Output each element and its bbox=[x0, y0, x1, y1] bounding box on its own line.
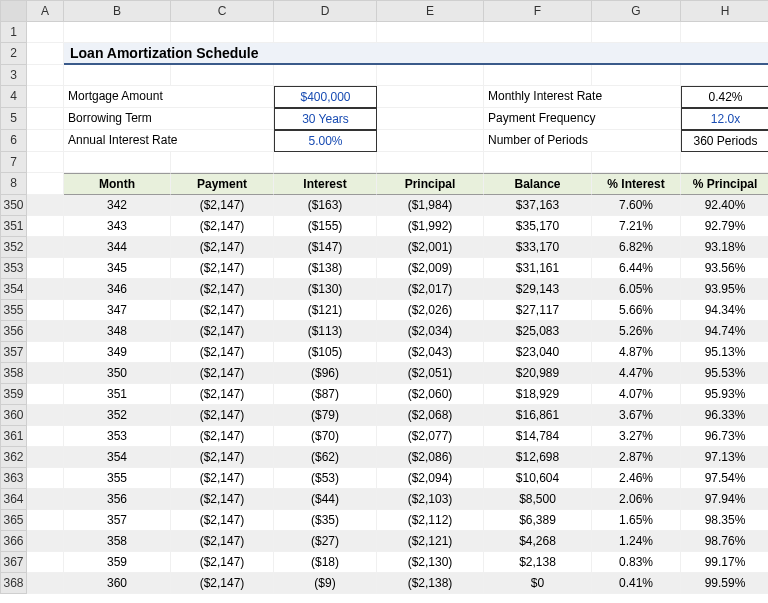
table-cell[interactable]: ($2,034) bbox=[377, 321, 484, 342]
table-cell[interactable]: ($2,147) bbox=[171, 447, 274, 468]
table-cell[interactable]: ($2,068) bbox=[377, 405, 484, 426]
spreadsheet-grid[interactable]: ABCDEFGH12Loan Amortization Schedule34Mo… bbox=[0, 0, 768, 594]
table-cell[interactable]: ($96) bbox=[274, 363, 377, 384]
table-cell[interactable]: 3.27% bbox=[592, 426, 681, 447]
table-cell[interactable]: 94.74% bbox=[681, 321, 768, 342]
row-header[interactable]: 356 bbox=[0, 321, 27, 342]
cell[interactable] bbox=[27, 300, 64, 321]
table-cell[interactable]: ($2,147) bbox=[171, 342, 274, 363]
row-header[interactable]: 6 bbox=[0, 130, 27, 152]
row-header[interactable]: 365 bbox=[0, 510, 27, 531]
table-cell[interactable]: 357 bbox=[64, 510, 171, 531]
mortgage-amount-value[interactable]: $400,000 bbox=[274, 86, 377, 108]
table-cell[interactable]: 343 bbox=[64, 216, 171, 237]
cell[interactable] bbox=[27, 468, 64, 489]
table-cell[interactable]: ($2,147) bbox=[171, 426, 274, 447]
table-cell[interactable]: 6.44% bbox=[592, 258, 681, 279]
select-all-corner[interactable] bbox=[0, 0, 27, 22]
pay-freq-value[interactable]: 12.0x bbox=[681, 108, 768, 130]
table-cell[interactable]: 96.33% bbox=[681, 405, 768, 426]
table-cell[interactable]: ($130) bbox=[274, 279, 377, 300]
column-header[interactable]: C bbox=[171, 0, 274, 22]
table-cell[interactable]: ($163) bbox=[274, 195, 377, 216]
cell[interactable] bbox=[64, 65, 171, 86]
cell[interactable] bbox=[64, 152, 171, 173]
table-cell[interactable]: 344 bbox=[64, 237, 171, 258]
row-header[interactable]: 363 bbox=[0, 468, 27, 489]
cell[interactable] bbox=[27, 173, 64, 195]
table-cell[interactable]: 98.35% bbox=[681, 510, 768, 531]
table-cell[interactable]: ($2,147) bbox=[171, 195, 274, 216]
table-cell[interactable]: ($2,077) bbox=[377, 426, 484, 447]
table-cell[interactable]: ($2,017) bbox=[377, 279, 484, 300]
table-cell[interactable]: ($2,060) bbox=[377, 384, 484, 405]
table-cell[interactable]: ($2,147) bbox=[171, 468, 274, 489]
cell[interactable] bbox=[27, 342, 64, 363]
table-cell[interactable]: $35,170 bbox=[484, 216, 592, 237]
row-header[interactable]: 364 bbox=[0, 489, 27, 510]
table-cell[interactable]: ($2,026) bbox=[377, 300, 484, 321]
table-cell[interactable]: $4,268 bbox=[484, 531, 592, 552]
table-cell[interactable]: ($2,112) bbox=[377, 510, 484, 531]
table-cell[interactable]: ($18) bbox=[274, 552, 377, 573]
table-cell[interactable]: 97.54% bbox=[681, 468, 768, 489]
table-cell[interactable]: ($2,086) bbox=[377, 447, 484, 468]
table-cell[interactable]: ($44) bbox=[274, 489, 377, 510]
table-cell[interactable]: ($2,147) bbox=[171, 321, 274, 342]
table-cell[interactable]: 355 bbox=[64, 468, 171, 489]
periods-value[interactable]: 360 Periods bbox=[681, 130, 768, 152]
table-cell[interactable]: 3.67% bbox=[592, 405, 681, 426]
table-cell[interactable]: 97.94% bbox=[681, 489, 768, 510]
table-cell[interactable]: 95.53% bbox=[681, 363, 768, 384]
table-cell[interactable]: $8,500 bbox=[484, 489, 592, 510]
cell[interactable] bbox=[377, 108, 484, 130]
table-cell[interactable]: ($2,147) bbox=[171, 300, 274, 321]
table-cell[interactable]: $10,604 bbox=[484, 468, 592, 489]
table-cell[interactable]: ($1,984) bbox=[377, 195, 484, 216]
cell[interactable] bbox=[27, 552, 64, 573]
table-cell[interactable]: ($79) bbox=[274, 405, 377, 426]
row-header[interactable]: 354 bbox=[0, 279, 27, 300]
table-cell[interactable]: $0 bbox=[484, 573, 592, 594]
cell[interactable] bbox=[27, 426, 64, 447]
row-header[interactable]: 355 bbox=[0, 300, 27, 321]
table-cell[interactable]: 93.95% bbox=[681, 279, 768, 300]
cell[interactable] bbox=[27, 510, 64, 531]
table-cell[interactable]: ($2,147) bbox=[171, 279, 274, 300]
table-cell[interactable]: 96.73% bbox=[681, 426, 768, 447]
cell[interactable] bbox=[64, 22, 171, 43]
column-header[interactable]: B bbox=[64, 0, 171, 22]
cell[interactable] bbox=[27, 65, 64, 86]
table-cell[interactable]: 2.06% bbox=[592, 489, 681, 510]
row-header[interactable]: 362 bbox=[0, 447, 27, 468]
cell[interactable] bbox=[592, 22, 681, 43]
table-cell[interactable]: 95.93% bbox=[681, 384, 768, 405]
table-cell[interactable]: 356 bbox=[64, 489, 171, 510]
cell[interactable] bbox=[681, 22, 768, 43]
table-cell[interactable]: ($2,147) bbox=[171, 531, 274, 552]
cell[interactable] bbox=[592, 152, 681, 173]
table-cell[interactable]: $27,117 bbox=[484, 300, 592, 321]
row-header[interactable]: 7 bbox=[0, 152, 27, 173]
column-header[interactable]: H bbox=[681, 0, 768, 22]
table-cell[interactable]: 5.26% bbox=[592, 321, 681, 342]
cell[interactable] bbox=[27, 216, 64, 237]
cell[interactable] bbox=[27, 363, 64, 384]
row-header[interactable]: 358 bbox=[0, 363, 27, 384]
table-cell[interactable]: 351 bbox=[64, 384, 171, 405]
cell[interactable] bbox=[484, 65, 592, 86]
cell[interactable] bbox=[27, 531, 64, 552]
table-cell[interactable]: 348 bbox=[64, 321, 171, 342]
table-cell[interactable]: $25,083 bbox=[484, 321, 592, 342]
table-cell[interactable]: 97.13% bbox=[681, 447, 768, 468]
row-header[interactable]: 366 bbox=[0, 531, 27, 552]
table-cell[interactable]: ($2,147) bbox=[171, 363, 274, 384]
table-cell[interactable]: ($105) bbox=[274, 342, 377, 363]
table-cell[interactable]: ($2,103) bbox=[377, 489, 484, 510]
table-cell[interactable]: $12,698 bbox=[484, 447, 592, 468]
table-cell[interactable]: $6,389 bbox=[484, 510, 592, 531]
row-header[interactable]: 2 bbox=[0, 43, 27, 65]
row-header[interactable]: 350 bbox=[0, 195, 27, 216]
row-header[interactable]: 5 bbox=[0, 108, 27, 130]
table-cell[interactable]: 2.46% bbox=[592, 468, 681, 489]
